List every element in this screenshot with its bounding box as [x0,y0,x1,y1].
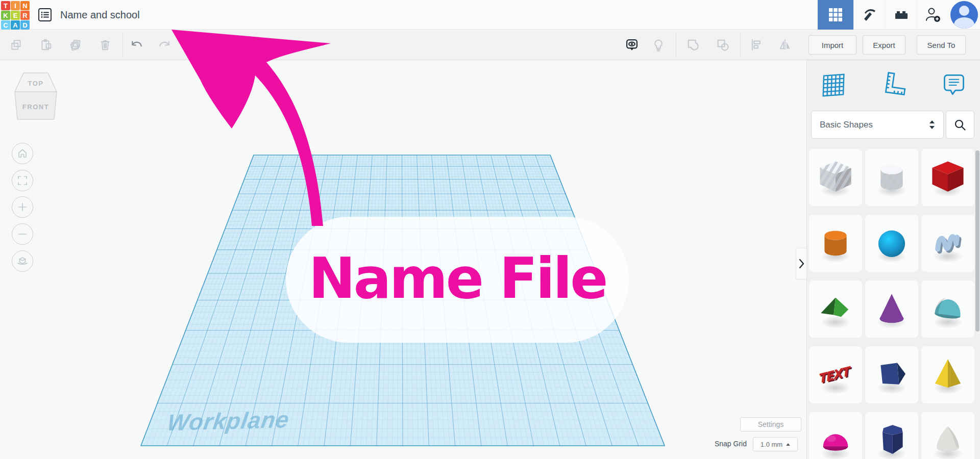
paste-icon [39,38,53,52]
send-to-button[interactable]: Send To [917,35,966,55]
shapes-panel: Basic Shapes T [806,60,980,459]
shape-category-value: Basic Shapes [820,120,929,130]
minecraft-pickaxe-icon [862,7,878,23]
toolbar-separator [676,33,676,57]
design-title[interactable]: Name and school [60,0,140,30]
export-button[interactable]: Export [863,35,905,55]
tips-lightbulb-icon [651,38,666,52]
shape-tile-box[interactable] [921,149,974,206]
shape-tile-box-hole[interactable] [809,149,862,206]
caret-up-icon [786,443,790,446]
group-icon [686,38,700,52]
notes-tool-icon [941,71,967,98]
shape-tile-cylinder-hole[interactable] [865,149,918,206]
undo-icon [130,38,144,52]
shape-tile-pyramid[interactable] [921,346,974,403]
shape-tile-cone[interactable] [865,280,918,338]
ungroup-icon [716,38,730,52]
toolbar-separator [740,33,741,57]
search-icon [953,118,967,132]
panel-scrollbar [975,60,979,459]
ruler-tool-icon [879,70,909,99]
header-actions [818,0,980,30]
shape-tile-half-sphere[interactable] [809,412,862,459]
scrollbar-thumb[interactable] [975,150,979,332]
brick-button[interactable] [885,0,917,30]
logo-tile-I: I [11,1,20,10]
workplane-tool-icon [819,70,848,99]
align-icon [749,38,764,52]
ungroup-button[interactable] [712,34,734,56]
ruler-tool-button[interactable] [878,69,909,100]
logo-tile-D: D [20,20,30,30]
align-button[interactable] [745,34,768,56]
logo-tile-C: C [1,20,10,30]
tinkercad-logo[interactable]: TINKERCAD [1,1,31,30]
brick-icon [893,7,910,23]
copy-icon [10,38,23,52]
tinkercad-editor: TINKERCAD Name and school [0,0,980,459]
annotation-text: Name File [309,246,606,314]
import-button[interactable]: Import [808,35,856,55]
design-properties-icon [37,7,53,22]
apps-grid-icon [828,7,843,22]
shape-tile-scribble[interactable] [921,215,974,272]
duplicate-button[interactable] [64,34,87,56]
redo-icon [157,38,172,52]
shape-tile-text[interactable]: TEXT TEXT [809,346,862,403]
avatar [950,1,978,29]
shape-tile-cylinder[interactable] [809,215,862,272]
logo-tile-A: A [11,20,20,30]
logo-tile-K: K [1,11,10,20]
toolbar-separator [122,33,123,57]
settings-button[interactable]: Settings [740,417,801,431]
chevron-right-icon [798,258,805,269]
workplane-tool-button[interactable] [818,69,849,100]
invite-person-icon [924,6,942,23]
mirror-button[interactable] [774,34,796,56]
shape-tile-wedge[interactable] [865,346,918,403]
search-shapes-button[interactable] [946,111,974,139]
logo-tile-R: R [20,11,30,20]
undo-button[interactable] [126,34,148,56]
workplane-label: Workplane [165,406,291,436]
delete-icon [99,38,112,52]
shape-tile-polygon[interactable] [865,412,918,459]
logo-tile-N: N [20,1,30,10]
annotation-callout: Name File [286,217,629,343]
design-properties-button[interactable] [37,7,53,23]
logo-tile-E: E [11,11,20,20]
show-notes-button[interactable] [621,34,643,56]
stepper-arrows-icon [929,119,935,131]
header-bar: TINKERCAD Name and school [0,0,980,30]
account-menu[interactable] [948,0,980,30]
paste-button[interactable] [35,34,57,56]
shape-tile-round-roof[interactable] [921,280,974,338]
notes-tool-button[interactable] [939,69,969,100]
shape-tile-paraboloid[interactable] [921,412,974,459]
duplicate-icon [69,38,82,52]
copy-button[interactable] [5,34,28,56]
apps-grid-button[interactable] [818,0,853,30]
logo-tile-T: T [1,1,10,10]
delete-button[interactable] [94,34,116,56]
collapse-panel-button[interactable] [796,248,807,279]
shape-gallery: TEXT TEXT [809,149,975,459]
shape-tile-sphere[interactable] [865,215,918,272]
group-button[interactable] [682,34,704,56]
mirror-icon [778,38,792,52]
edit-toolbar: Import Export Send To [0,30,980,60]
redo-button[interactable] [153,34,176,56]
notes-visibility-icon [625,38,639,52]
minecraft-button[interactable] [853,0,885,30]
invite-button[interactable] [917,0,948,30]
snap-grid-select[interactable]: 1.0 mm [753,437,798,451]
shape-category-select[interactable]: Basic Shapes [811,111,944,139]
snap-grid-value: 1.0 mm [761,441,782,448]
shape-tile-roof[interactable] [809,280,862,338]
snap-grid-label: Snap Grid [698,440,747,448]
tips-button[interactable] [647,34,670,56]
